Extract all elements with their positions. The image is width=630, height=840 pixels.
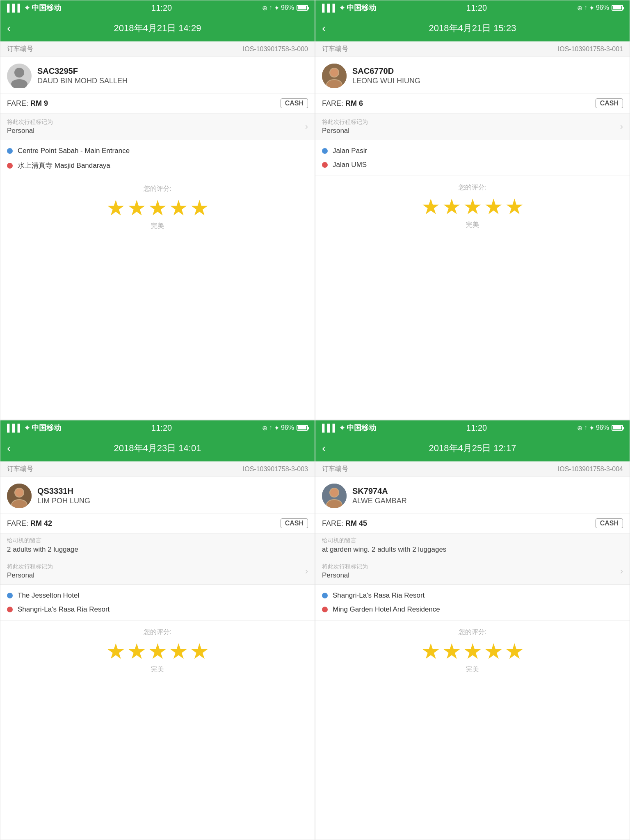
rating-text: 完美 bbox=[151, 222, 164, 231]
star-icon: ★ bbox=[169, 641, 188, 662]
bluetooth-icon: ✦ bbox=[589, 4, 594, 12]
header-title: 2018年4月21日 15:23 bbox=[429, 22, 516, 34]
header-bar: ‹ 2018年4月23日 14:01 bbox=[0, 435, 315, 461]
status-time: 11:20 bbox=[151, 3, 172, 13]
route-section: Shangri-La's Rasa Ria Resort Ming Garden… bbox=[315, 585, 630, 621]
phone-card-3: ▌▌▌ ⌖ 中国移动 11:20 ⊕ ↑ ✦ 96% ‹ 2018年4月23日 … bbox=[0, 420, 315, 840]
header-title: 2018年4月25日 12:17 bbox=[429, 442, 516, 454]
stars-container: ★★★★★ bbox=[106, 197, 209, 219]
star-icon: ★ bbox=[421, 641, 441, 662]
star-icon: ★ bbox=[106, 641, 126, 662]
fare-section: FARE: RM 42 CASH bbox=[0, 514, 315, 534]
battery-percent: 96% bbox=[596, 4, 609, 11]
route-item-2: Ming Garden Hotel And Residence bbox=[322, 605, 623, 614]
location-icon: ⊕ bbox=[262, 4, 267, 12]
rating-text: 完美 bbox=[466, 221, 479, 229]
back-button[interactable]: ‹ bbox=[322, 22, 326, 35]
order-bar: 订车编号 IOS-103901758-3-004 bbox=[315, 461, 630, 477]
person-photo bbox=[7, 484, 32, 508]
route-text: The Jesselton Hotel bbox=[18, 591, 79, 600]
wifi-icon: ⌖ bbox=[25, 4, 29, 12]
driver-plate: SAC3295F bbox=[37, 66, 128, 76]
order-id: IOS-103901758-3-003 bbox=[243, 466, 308, 473]
phone-card-2: ▌▌▌ ⌖ 中国移动 11:20 ⊕ ↑ ✦ 96% ‹ 2018年4月21日 … bbox=[315, 0, 630, 420]
header-bar: ‹ 2018年4月21日 15:23 bbox=[315, 15, 630, 41]
route-item-2: Jalan UMS bbox=[322, 161, 623, 169]
stars-container: ★★★★★ bbox=[106, 641, 209, 662]
tag-value: Personal bbox=[7, 571, 53, 580]
route-text: Shangri-La's Rasa Ria Resort bbox=[333, 591, 425, 600]
route-section: Jalan Pasir Jalan UMS bbox=[315, 140, 630, 176]
chevron-right-icon: › bbox=[305, 121, 308, 132]
arrow-icon: ↑ bbox=[584, 424, 587, 431]
tag-section[interactable]: 将此次行程标记为 Personal › bbox=[0, 114, 315, 140]
arrow-icon: ↑ bbox=[269, 424, 272, 431]
tag-content: 将此次行程标记为 Personal bbox=[322, 119, 368, 135]
trip-note-label: 给司机的留言 bbox=[7, 537, 308, 544]
tag-content: 将此次行程标记为 Personal bbox=[7, 119, 53, 135]
signal-icon: ▌▌▌ bbox=[322, 424, 338, 432]
order-label: 订车编号 bbox=[7, 45, 33, 53]
chevron-right-icon: › bbox=[305, 566, 308, 577]
star-icon: ★ bbox=[106, 197, 126, 219]
avatar bbox=[322, 484, 347, 508]
tag-content: 将此次行程标记为 Personal bbox=[7, 563, 53, 580]
status-carrier: ▌▌▌ ⌖ 中国移动 bbox=[322, 423, 376, 433]
wifi-icon: ⌖ bbox=[340, 4, 344, 12]
carrier-name: 中国移动 bbox=[347, 3, 376, 13]
battery-icon bbox=[612, 425, 623, 431]
trip-note-value: at garden wing. 2 adults with 2 luggages bbox=[322, 546, 623, 554]
order-label: 订车编号 bbox=[7, 465, 33, 473]
rating-label: 您的评分: bbox=[459, 183, 486, 192]
phone-card-1: ▌▌▌ ⌖ 中国移动 11:20 ⊕ ↑ ✦ 96% ‹ 2018年4月21日 … bbox=[0, 0, 315, 420]
tag-label: 将此次行程标记为 bbox=[322, 563, 368, 571]
svg-point-10 bbox=[15, 488, 23, 497]
wifi-icon: ⌖ bbox=[25, 424, 29, 432]
route-text: Jalan Pasir bbox=[333, 147, 367, 155]
tag-section[interactable]: 将此次行程标记为 Personal › bbox=[315, 558, 630, 585]
status-time: 11:20 bbox=[466, 423, 487, 433]
back-button[interactable]: ‹ bbox=[7, 442, 11, 455]
tag-content: 将此次行程标记为 Personal bbox=[322, 563, 368, 580]
trip-note-section: 给司机的留言 at garden wing. 2 adults with 2 l… bbox=[315, 534, 630, 558]
status-bar: ▌▌▌ ⌖ 中国移动 11:20 ⊕ ↑ ✦ 96% bbox=[315, 420, 630, 435]
driver-name: LEONG WUI HIUNG bbox=[352, 77, 420, 85]
fare-section: FARE: RM 45 CASH bbox=[315, 514, 630, 534]
status-carrier: ▌▌▌ ⌖ 中国移动 bbox=[7, 3, 61, 13]
battery-icon bbox=[297, 5, 308, 11]
fare-amount: RM 42 bbox=[30, 519, 52, 527]
header-title: 2018年4月23日 14:01 bbox=[114, 442, 201, 454]
blue-dot-icon bbox=[7, 593, 13, 598]
order-label: 订车编号 bbox=[322, 465, 348, 473]
person-photo bbox=[322, 484, 347, 508]
header-bar: ‹ 2018年4月21日 14:29 bbox=[0, 15, 315, 41]
order-bar: 订车编号 IOS-103901758-3-000 bbox=[0, 41, 315, 57]
route-text: Ming Garden Hotel And Residence bbox=[333, 605, 440, 614]
cash-badge: CASH bbox=[281, 518, 308, 528]
tag-value: Personal bbox=[322, 571, 368, 580]
route-section: The Jesselton Hotel Shangri-La's Rasa Ri… bbox=[0, 585, 315, 621]
trip-note-label: 给司机的留言 bbox=[322, 537, 623, 544]
fare-text: FARE: RM 42 bbox=[7, 519, 52, 528]
fare-amount: RM 45 bbox=[345, 519, 367, 527]
tag-section[interactable]: 将此次行程标记为 Personal › bbox=[0, 558, 315, 585]
cash-badge: CASH bbox=[281, 98, 308, 108]
star-icon: ★ bbox=[442, 641, 461, 662]
location-icon: ⊕ bbox=[577, 4, 582, 12]
tag-section[interactable]: 将此次行程标记为 Personal › bbox=[315, 114, 630, 140]
carrier-name: 中国移动 bbox=[32, 423, 61, 433]
driver-name: ALWE GAMBAR bbox=[352, 497, 407, 505]
star-icon: ★ bbox=[463, 641, 482, 662]
status-right: ⊕ ↑ ✦ 96% bbox=[577, 424, 623, 432]
order-id: IOS-103901758-3-004 bbox=[558, 466, 623, 473]
route-section: Centre Point Sabah - Main Entrance 水上清真寺… bbox=[0, 140, 315, 177]
battery-icon bbox=[612, 5, 623, 11]
status-right: ⊕ ↑ ✦ 96% bbox=[577, 4, 623, 12]
bluetooth-icon: ✦ bbox=[274, 424, 279, 432]
status-right: ⊕ ↑ ✦ 96% bbox=[262, 4, 308, 12]
wifi-icon: ⌖ bbox=[340, 424, 344, 432]
back-button[interactable]: ‹ bbox=[322, 442, 326, 455]
tag-value: Personal bbox=[7, 127, 53, 135]
status-right: ⊕ ↑ ✦ 96% bbox=[262, 424, 308, 432]
back-button[interactable]: ‹ bbox=[7, 22, 11, 35]
